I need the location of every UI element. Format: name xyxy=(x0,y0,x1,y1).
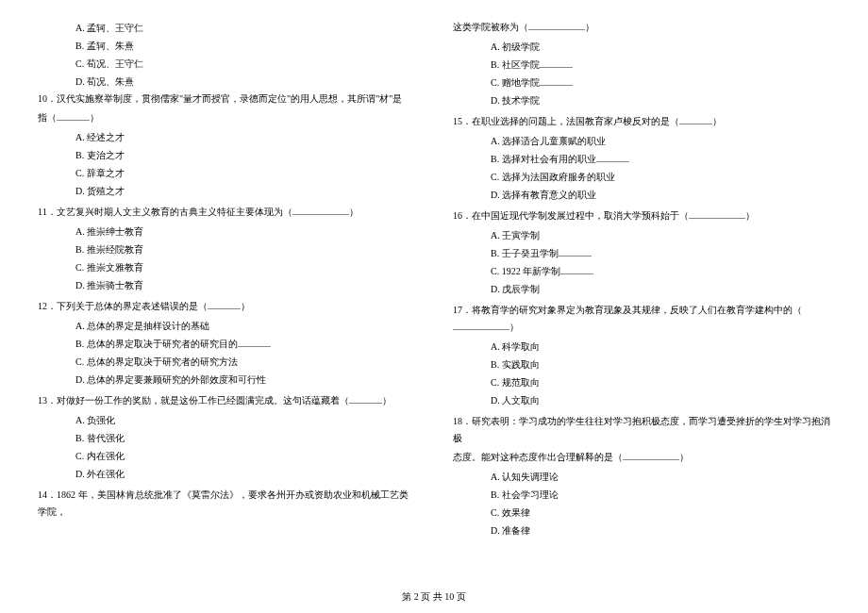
question-text: 13．对做好一份工作的奖励，就是这份工作已经圆满完成。这句话蕴藏着（） xyxy=(38,392,415,409)
q14cont-text: 这类学院被称为（ xyxy=(453,22,528,32)
trailing-blank xyxy=(540,75,573,86)
question-text: 15．在职业选择的问题上，法国教育家卢梭反对的是（） xyxy=(453,113,830,130)
option-text: B. 社区学院 xyxy=(491,59,540,70)
option: B. 孟轲、朱熹 xyxy=(75,37,415,55)
page-footer: 第 2 页 共 10 页 xyxy=(0,590,868,604)
option: D. 货殖之才 xyxy=(75,182,415,200)
option: D. 推崇骑士教育 xyxy=(75,276,415,294)
option: A. 科学取向 xyxy=(491,338,830,356)
q14-text: 14．1862 年，美国林肯总统批准了《莫雷尔法》，要求各州开办或资助农业和机械… xyxy=(38,489,409,517)
option: C. 选择为法国政府服务的职业 xyxy=(491,168,830,186)
option-text: B. 总体的界定取决于研究者的研究目的 xyxy=(75,339,238,349)
question-text: 16．在中国近现代学制发展过程中，取消大学预科始于（） xyxy=(453,207,830,224)
close-paren: ） xyxy=(509,322,519,332)
answer-blank xyxy=(528,20,585,30)
option: B. 推崇经院教育 xyxy=(75,240,415,258)
answer-blank xyxy=(57,110,90,121)
option: D. 荀况、朱熹 xyxy=(75,73,415,91)
answer-blank xyxy=(349,393,382,404)
option: A. 推崇绅士教育 xyxy=(75,223,415,240)
option: D. 准备律 xyxy=(491,522,830,539)
answer-blank xyxy=(208,299,241,309)
option: D. 戊辰学制 xyxy=(491,280,830,298)
option: B. 壬子癸丑学制 xyxy=(491,244,830,262)
option: C. 规范取向 xyxy=(491,373,830,391)
close-paren: ） xyxy=(382,395,392,406)
question-12: 12．下列关于总体的界定表述错误的是（） A. 总体的界定是抽样设计的基础 B.… xyxy=(38,298,415,389)
question-14: 14．1862 年，美国林肯总统批准了《莫雷尔法》，要求各州开办或资助农业和机械… xyxy=(38,487,415,522)
option: B. 替代强化 xyxy=(75,429,415,447)
q17-text: 17．将教育学的研究对象界定为教育现象及其规律，反映了人们在教育学建构中的（ xyxy=(453,305,802,315)
option: C. 效果律 xyxy=(491,504,830,522)
left-column: A. 孟轲、王守仁 B. 孟轲、朱熹 C. 荀况、王守仁 D. 荀况、朱熹 10… xyxy=(38,19,415,575)
option: B. 社会学习理论 xyxy=(491,486,830,504)
option: A. 总体的界定是抽样设计的基础 xyxy=(75,317,415,335)
question-18: 18．研究表明：学习成功的学生往往对学习抱积极态度，而学习遭受挫折的学生对学习抱… xyxy=(453,413,830,539)
q13-text: 13．对做好一份工作的奖励，就是这份工作已经圆满完成。这句话蕴藏着（ xyxy=(38,395,349,406)
question-15: 15．在职业选择的问题上，法国教育家卢梭反对的是（） A. 选择适合儿童禀赋的职… xyxy=(453,113,830,204)
question-text: 10．汉代实施察举制度，贯彻儒家"量才而授官，录德而定位"的用人思想，其所谓"材… xyxy=(38,91,415,108)
question-text: 14．1862 年，美国林肯总统批准了《莫雷尔法》，要求各州开办或资助农业和机械… xyxy=(38,487,415,521)
option: A. 选择适合儿童禀赋的职业 xyxy=(491,132,830,150)
close-paren: ） xyxy=(90,112,99,123)
option: C. 推崇文雅教育 xyxy=(75,258,415,276)
question-text: 18．研究表明：学习成功的学生往往对学习抱积极态度，而学习遭受挫折的学生对学习抱… xyxy=(453,413,830,447)
close-paren: ） xyxy=(712,116,722,126)
q15-text: 15．在职业选择的问题上，法国教育家卢梭反对的是（ xyxy=(453,116,679,126)
q9-options: A. 孟轲、王守仁 B. 孟轲、朱熹 C. 荀况、王守仁 D. 荀况、朱熹 xyxy=(38,19,415,91)
option: B. 总体的界定取决于研究者的研究目的 xyxy=(75,335,415,353)
question-text: 17．将教育学的研究对象界定为教育现象及其规律，反映了人们在教育学建构中的（） xyxy=(453,302,830,336)
option: D. 技术学院 xyxy=(491,91,830,109)
option: A. 负强化 xyxy=(75,411,415,429)
option: D. 总体的界定要兼顾研究的外部效度和可行性 xyxy=(75,371,415,389)
answer-blank xyxy=(453,320,509,330)
option: A. 孟轲、王守仁 xyxy=(75,19,415,37)
close-paren: ） xyxy=(241,301,250,311)
trailing-blank xyxy=(596,152,629,162)
trailing-blank xyxy=(238,337,271,347)
option: D. 人文取向 xyxy=(491,391,830,409)
question-text: 这类学院被称为（） xyxy=(453,19,830,36)
option-text: B. 壬子癸丑学制 xyxy=(491,248,559,258)
option: C. 辞章之才 xyxy=(75,164,415,182)
option-text: C. 赠地学院 xyxy=(491,77,540,88)
question-text-line2: 态度。能对这种态度作出合理解释的是（） xyxy=(453,449,830,466)
close-paren: ） xyxy=(585,22,594,32)
option: B. 选择对社会有用的职业 xyxy=(491,150,830,168)
option: D. 外在强化 xyxy=(75,465,415,483)
q18-line1: 18．研究表明：学习成功的学生往往对学习抱积极态度，而学习遭受挫折的学生对学习抱… xyxy=(453,416,830,443)
option: C. 内在强化 xyxy=(75,447,415,465)
option: C. 荀况、王守仁 xyxy=(75,55,415,73)
q10-suffix: 指（ xyxy=(38,112,57,123)
question-13: 13．对做好一份工作的奖励，就是这份工作已经圆满完成。这句话蕴藏着（） A. 负… xyxy=(38,392,415,483)
option-text: C. 1922 年新学制 xyxy=(491,266,560,276)
option-text: B. 选择对社会有用的职业 xyxy=(491,154,596,164)
q16-text: 16．在中国近现代学制发展过程中，取消大学预科始于（ xyxy=(453,210,689,221)
option: B. 实践取向 xyxy=(491,356,830,373)
answer-blank xyxy=(679,114,712,124)
question-text: 11．文艺复兴时期人文主义教育的古典主义特征主要体现为（） xyxy=(38,204,415,221)
option: A. 壬寅学制 xyxy=(491,226,830,244)
question-11: 11．文艺复兴时期人文主义教育的古典主义特征主要体现为（） A. 推崇绅士教育 … xyxy=(38,204,415,294)
page-content: A. 孟轲、王守仁 B. 孟轲、朱熹 C. 荀况、王守仁 D. 荀况、朱熹 10… xyxy=(38,19,830,575)
option: B. 吏治之才 xyxy=(75,146,415,164)
option: C. 1922 年新学制 xyxy=(491,262,830,280)
option: A. 认知失调理论 xyxy=(491,468,830,486)
trailing-blank xyxy=(540,58,573,68)
option: A. 初级学院 xyxy=(491,38,830,56)
q12-text: 12．下列关于总体的界定表述错误的是（ xyxy=(38,301,208,311)
trailing-blank xyxy=(560,264,593,274)
option: C. 总体的界定取决于研究者的研究方法 xyxy=(75,353,415,371)
question-text: 12．下列关于总体的界定表述错误的是（） xyxy=(38,298,415,315)
question-text-line2: 指（） xyxy=(38,109,415,126)
option: C. 赠地学院 xyxy=(491,74,830,91)
option: A. 经述之才 xyxy=(75,128,415,146)
question-16: 16．在中国近现代学制发展过程中，取消大学预科始于（） A. 壬寅学制 B. 壬… xyxy=(453,207,830,298)
close-paren: ） xyxy=(349,207,359,217)
q18-line2: 态度。能对这种态度作出合理解释的是（ xyxy=(453,452,623,462)
close-paren: ） xyxy=(679,452,689,462)
q10-prefix: 10．汉代实施察举制度，贯彻儒家"量才而授官，录德而定位"的用人思想，其所谓"材… xyxy=(38,93,402,104)
answer-blank xyxy=(689,208,745,219)
close-paren: ） xyxy=(745,210,755,221)
answer-blank xyxy=(623,450,679,460)
